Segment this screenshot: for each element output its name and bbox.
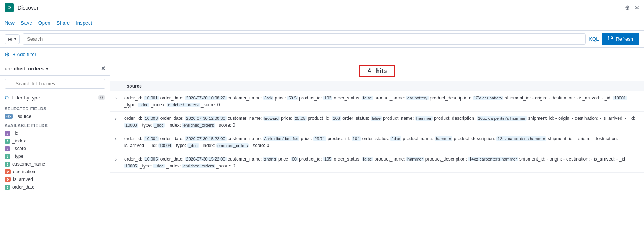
row-4-content: order_id: 10,005 order_date: 2020-07-30 …	[124, 156, 639, 169]
filter-count-badge: 0	[98, 95, 105, 100]
field-score[interactable]: # _score	[0, 145, 110, 152]
mail-icon[interactable]: ✉	[634, 4, 639, 11]
filter-type-icon: ⊙	[5, 94, 9, 101]
results-table: _source › order_id: 10,001 order_date: 2…	[110, 81, 644, 227]
expand-row-4[interactable]: ›	[115, 156, 124, 163]
table-row: › order_id: 10,003 order_date: 2020-07-3…	[110, 112, 644, 132]
hits-badge: 4 hits	[359, 65, 396, 77]
field-type-hash: #	[5, 131, 10, 136]
field-search-wrapper	[5, 79, 105, 89]
expand-row-2[interactable]: ›	[115, 115, 124, 122]
field-name-score: _score	[12, 146, 26, 151]
refresh-icon	[608, 36, 613, 42]
refresh-button[interactable]: Refresh	[602, 33, 639, 45]
nav-share[interactable]: Share	[56, 20, 70, 26]
field-name-is-arrived: is_arrived	[13, 177, 33, 182]
expand-row-1[interactable]: ›	[115, 94, 124, 102]
selected-field-source[interactable]: </> _source	[0, 113, 110, 120]
nav-open[interactable]: Open	[38, 20, 51, 26]
field-type-row[interactable]: t _type	[0, 152, 110, 160]
hits-label: hits	[376, 68, 387, 74]
field-type-t3: t	[5, 162, 10, 167]
results-header: _source	[110, 81, 644, 91]
refresh-label: Refresh	[616, 36, 633, 42]
search-type-icon: ⊞	[8, 36, 13, 42]
nav-bar: New Save Open Share Inspect	[0, 15, 644, 31]
filter-by-type-label: Filter by type	[12, 95, 40, 101]
table-row: › order_id: 10,005 order_date: 2020-07-3…	[110, 152, 644, 173]
field-name-customer: customer_name	[12, 161, 45, 167]
field-type-geo: ⊙	[5, 169, 11, 174]
field-name-id: _id	[12, 131, 18, 136]
field-type-bool: ⊙	[5, 177, 11, 182]
field-type-t2: t	[5, 154, 10, 159]
row-3-content: order_id: 10,004 order_date: 2020-07-30 …	[124, 135, 639, 149]
field-search-input[interactable]	[5, 79, 105, 89]
filter-icon[interactable]: ⊕	[5, 51, 10, 58]
sidebar-index-selector[interactable]: enriched_orders ▾ ✕	[0, 61, 110, 76]
index-chevron-icon: ▾	[46, 66, 48, 71]
field-id[interactable]: # _id	[0, 129, 110, 137]
field-name-order-date: order_date	[12, 184, 34, 190]
sidebar: enriched_orders ▾ ✕ ⊙ Filter by type 0 S…	[0, 61, 110, 227]
app-title: Discover	[18, 5, 621, 11]
nav-save[interactable]: Save	[21, 20, 32, 26]
index-name: enriched_orders	[5, 66, 44, 71]
globe-icon[interactable]: ⊕	[625, 4, 630, 11]
field-index[interactable]: t _index	[0, 137, 110, 145]
field-order-date[interactable]: t order_date	[0, 183, 110, 191]
filter-bar: ⊕ + Add filter	[0, 48, 644, 61]
expand-row-3[interactable]: ›	[115, 135, 124, 142]
nav-new[interactable]: New	[5, 20, 15, 26]
table-row: › order_id: 10,004 order_date: 2020-07-3…	[110, 132, 644, 152]
table-row: › order_id: 10,001 order_date: 2020-07-3…	[110, 91, 644, 112]
sidebar-search-area	[0, 76, 110, 92]
source-column-header: _source	[124, 83, 639, 89]
nav-inspect[interactable]: Inspect	[76, 20, 92, 26]
add-filter-button[interactable]: + Add filter	[13, 51, 36, 57]
field-name-type: _type	[12, 154, 23, 159]
field-name-destination: destination	[13, 169, 35, 174]
results-pane: 4 hits _source › order_id: 10,001 order_…	[110, 61, 644, 227]
field-destination[interactable]: ⊙ destination	[0, 168, 110, 176]
search-type-button[interactable]: ⊞ ▾	[5, 34, 20, 44]
top-bar: D Discover ⊕ ✉	[0, 0, 644, 15]
top-bar-icons: ⊕ ✉	[625, 4, 639, 11]
search-input[interactable]	[23, 33, 586, 45]
kql-label: KQL	[589, 36, 599, 42]
row-1-content: order_id: 10,001 order_date: 2020-07-30 …	[124, 94, 639, 108]
hits-bar: 4 hits	[110, 61, 644, 81]
field-type-t: t	[5, 139, 10, 144]
field-type-code: </>	[5, 114, 13, 119]
search-bar: ⊞ ▾ KQL Refresh	[0, 31, 644, 48]
field-customer-name[interactable]: t customer_name	[0, 160, 110, 168]
field-type-t4: t	[5, 185, 10, 190]
field-is-arrived[interactable]: ⊙ is_arrived	[0, 176, 110, 183]
main-content: enriched_orders ▾ ✕ ⊙ Filter by type 0 S…	[0, 61, 644, 227]
field-name-index: _index	[12, 138, 26, 144]
search-type-chevron: ▾	[14, 37, 16, 41]
row-2-content: order_id: 10,003 order_date: 2020-07-30 …	[124, 115, 639, 129]
hits-count: 4	[368, 68, 371, 74]
sidebar-close-icon[interactable]: ✕	[101, 65, 105, 71]
field-type-hash2: #	[5, 146, 10, 151]
selected-fields-label: Selected fields	[0, 103, 110, 113]
selected-field-name: _source	[15, 114, 31, 119]
available-fields-label: Available fields	[0, 120, 110, 129]
filter-by-type-button[interactable]: ⊙ Filter by type 0	[0, 92, 110, 103]
app-icon: D	[5, 3, 14, 12]
